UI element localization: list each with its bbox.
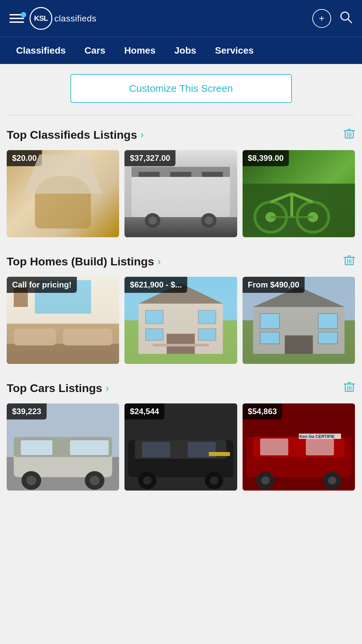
- svg-rect-57: [318, 314, 338, 329]
- customize-section: Customize This Screen: [7, 74, 355, 103]
- header-left: KSL classifieds: [9, 7, 96, 30]
- svg-point-94: [328, 476, 336, 485]
- homes-chevron-icon: ›: [157, 256, 161, 267]
- svg-point-15: [149, 216, 157, 224]
- svg-rect-47: [198, 310, 216, 324]
- homes-section: Top Homes (Build) Listings ›: [7, 254, 355, 364]
- listing-item[interactable]: $37,327.00: [124, 150, 237, 237]
- app-logo[interactable]: KSL classifieds: [30, 7, 96, 30]
- svg-point-73: [27, 476, 36, 485]
- logo-circle: KSL: [30, 7, 52, 30]
- listing-item[interactable]: From $490,00: [243, 277, 355, 364]
- homes-delete-button[interactable]: [343, 254, 355, 269]
- cars-delete-button[interactable]: [343, 381, 355, 395]
- svg-rect-70: [21, 440, 52, 455]
- nav-jobs[interactable]: Jobs: [165, 37, 206, 64]
- listing-item[interactable]: $20.00: [7, 150, 119, 237]
- svg-line-1: [348, 19, 352, 23]
- listing-price: $54,863: [243, 403, 282, 420]
- listing-item[interactable]: $621,900 - $...: [124, 277, 237, 364]
- customize-button[interactable]: Customize This Screen: [70, 74, 292, 103]
- svg-rect-49: [198, 329, 216, 340]
- listing-item[interactable]: Call for pricing!: [7, 277, 119, 364]
- classifieds-section-title: Top Classifieds Listings: [7, 128, 137, 141]
- nav-homes[interactable]: Homes: [115, 37, 165, 64]
- svg-rect-90: [306, 439, 334, 455]
- classifieds-title-row[interactable]: Top Classifieds Listings ›: [7, 128, 144, 141]
- svg-rect-56: [260, 314, 279, 329]
- listing-price: $39,223: [7, 403, 47, 420]
- svg-rect-35: [7, 344, 119, 364]
- svg-rect-48: [146, 329, 163, 340]
- add-listing-button[interactable]: +: [312, 9, 331, 28]
- cars-title-row[interactable]: Top Cars Listings ›: [7, 382, 109, 395]
- listing-price: $37,327.00: [124, 150, 175, 166]
- svg-point-82: [143, 476, 152, 485]
- nav-services[interactable]: Services: [206, 37, 263, 64]
- svg-rect-13: [202, 172, 223, 177]
- header-right: +: [312, 9, 353, 28]
- classifieds-listings-row: $20.00 $37,327.00: [7, 150, 355, 237]
- listing-price: $621,900 - $...: [124, 277, 187, 293]
- listing-item[interactable]: $24,544: [124, 403, 237, 491]
- listing-price: $8,399.00: [243, 150, 289, 166]
- cars-chevron-icon: ›: [106, 382, 109, 394]
- classifieds-chevron-icon: ›: [141, 129, 144, 140]
- svg-rect-71: [70, 440, 109, 455]
- svg-rect-58: [260, 332, 279, 344]
- section-divider: [7, 115, 355, 115]
- svg-rect-12: [170, 172, 192, 177]
- svg-point-92: [261, 476, 269, 485]
- svg-text:Ken Ga CERTIFIE: Ken Ga CERTIFIE: [299, 434, 334, 439]
- svg-rect-59: [318, 332, 338, 344]
- cars-section-header: Top Cars Listings ›: [7, 381, 355, 395]
- listing-price: $24,544: [124, 403, 164, 420]
- listing-item[interactable]: $8,399.00: [243, 150, 355, 237]
- svg-point-17: [205, 216, 213, 224]
- notification-dot: [21, 12, 26, 17]
- main-nav: Classifieds Cars Homes Jobs Services: [0, 37, 362, 64]
- search-button[interactable]: [339, 10, 353, 27]
- svg-rect-50: [153, 344, 209, 346]
- homes-section-header: Top Homes (Build) Listings ›: [7, 254, 355, 269]
- main-content: Customize This Screen Top Classifieds Li…: [0, 64, 362, 517]
- classifieds-section-header: Top Classifieds Listings ›: [7, 127, 355, 142]
- cars-section: Top Cars Listings ›: [7, 381, 355, 491]
- nav-cars[interactable]: Cars: [75, 37, 115, 64]
- nav-classifieds[interactable]: Classifieds: [7, 37, 75, 64]
- listing-price: Call for pricing!: [7, 277, 77, 293]
- svg-rect-55: [285, 335, 313, 354]
- svg-rect-85: [209, 452, 230, 456]
- homes-listings-row: Call for pricing! $621,900 - $...: [7, 277, 355, 364]
- listing-item[interactable]: Ken Ga CERTIFIE $54,863: [243, 403, 355, 491]
- cars-section-title: Top Cars Listings: [7, 382, 102, 395]
- svg-rect-89: [260, 439, 288, 455]
- svg-point-75: [90, 476, 99, 485]
- listing-price: From $490,00: [243, 277, 305, 293]
- svg-rect-11: [139, 172, 160, 177]
- logo-classifieds-text: classifieds: [54, 13, 96, 24]
- search-icon: [339, 10, 353, 24]
- listing-item[interactable]: $39,223: [7, 403, 119, 491]
- hamburger-menu[interactable]: [9, 14, 24, 23]
- svg-point-84: [210, 476, 218, 485]
- listing-price: $20.00: [7, 150, 42, 166]
- app-header: KSL classifieds +: [0, 0, 362, 37]
- svg-rect-37: [63, 329, 112, 345]
- homes-title-row[interactable]: Top Homes (Build) Listings ›: [7, 255, 161, 268]
- logo-ksl-text: KSL: [34, 14, 48, 23]
- svg-rect-36: [14, 329, 56, 345]
- cars-listings-row: $39,223 $24,544: [7, 403, 355, 491]
- classifieds-section: Top Classifieds Listings › $20.00: [7, 127, 355, 237]
- homes-section-title: Top Homes (Build) Listings: [7, 255, 154, 268]
- svg-rect-46: [146, 310, 163, 324]
- classifieds-delete-button[interactable]: [343, 127, 355, 142]
- svg-rect-79: [142, 442, 170, 457]
